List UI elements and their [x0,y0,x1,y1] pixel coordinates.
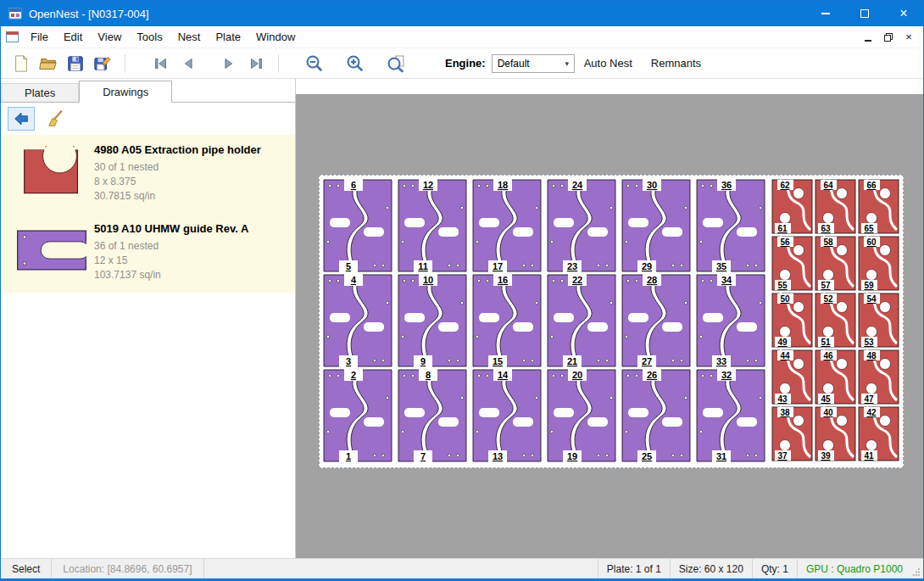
nav-next-button[interactable] [215,52,242,75]
clear-button[interactable] [42,107,69,131]
nest-cell-red[interactable]: 5251 [815,293,855,347]
close-button[interactable]: × [884,1,923,26]
plate[interactable]: 6512111817242330293635431091615222128273… [319,175,904,468]
nest-cell-red[interactable]: 4241 [859,407,899,461]
nav-last-button[interactable] [242,52,270,75]
new-button[interactable] [8,52,35,75]
open-button[interactable] [35,52,62,75]
svg-text:48: 48 [866,351,877,360]
svg-text:18: 18 [498,180,508,190]
nest-cell-red[interactable]: 6261 [772,180,812,233]
nest-cell-purple[interactable]: 87 [398,369,466,462]
nest-cell-purple[interactable]: 1615 [473,274,541,367]
next-icon [220,54,238,73]
zoom-fit-icon [386,53,406,74]
part-thumbnail [11,143,92,204]
svg-text:61: 61 [777,224,788,233]
chevron-down-icon[interactable]: ▾ [560,59,574,68]
drawing-size: 12 x 15 [94,254,248,268]
svg-text:19: 19 [567,451,577,461]
nest-cell-purple[interactable]: 3635 [697,179,765,272]
return-part-button[interactable] [8,107,35,131]
nest-cell-purple[interactable]: 43 [324,274,392,367]
auto-nest-button[interactable]: Auto Nest [575,57,642,70]
svg-text:56: 56 [780,237,790,247]
mdi-minimize-icon [865,40,871,42]
nest-cell-red[interactable]: 3837 [772,407,812,461]
nest-cell-purple[interactable]: 2423 [548,179,615,272]
nest-cell-red[interactable]: 4443 [772,350,812,404]
nest-cell-purple[interactable]: 3029 [622,179,690,272]
nest-cell-purple[interactable]: 2625 [622,369,690,462]
maximize-button[interactable] [845,1,884,26]
nest-cell-red[interactable]: 5049 [772,293,812,347]
drawing-item[interactable]: 5019 A10 UHMW guide Rev. A 36 of 1 neste… [1,214,295,293]
nest-cell-red[interactable]: 5655 [772,237,812,290]
nest-cell-red[interactable]: 5857 [815,237,855,290]
nest-cell-red[interactable]: 4847 [859,350,899,404]
nest-cell-purple[interactable]: 65 [324,179,392,272]
menu-item-plate[interactable]: Plate [208,28,248,47]
zoom-in-button[interactable] [342,52,369,75]
status-location: Location: [84.8696, 60.6957] [52,559,203,578]
nest-canvas[interactable]: 6512111817242330293635431091615222128273… [296,79,923,558]
svg-text:34: 34 [721,275,732,285]
nest-cell-purple[interactable]: 2221 [548,274,615,367]
svg-text:21: 21 [567,356,577,366]
nest-cell-purple[interactable]: 21 [324,369,392,462]
minimize-button[interactable] [806,1,845,26]
svg-text:9: 9 [420,356,426,366]
nest-cell-purple[interactable]: 3231 [697,369,765,462]
svg-text:2: 2 [351,370,356,380]
nest-cell-red[interactable]: 6665 [859,180,899,233]
nest-cell-red[interactable]: 4039 [815,407,855,461]
mdi-close-button[interactable]: × [901,30,916,45]
nest-cell-red[interactable]: 4645 [815,350,855,404]
save-as-button[interactable] [89,52,116,75]
tab-drawings[interactable]: Drawings [79,81,172,103]
nest-cell-purple[interactable]: 2019 [548,369,615,462]
svg-text:17: 17 [493,261,503,271]
nest-cell-purple[interactable]: 1817 [473,179,541,272]
nav-first-button[interactable] [148,52,175,75]
svg-text:46: 46 [823,351,833,360]
nav-prev-button[interactable] [175,52,202,75]
menu-item-tools[interactable]: Tools [129,28,170,47]
save-button[interactable] [62,52,89,75]
nest-cell-purple[interactable]: 2827 [622,274,690,367]
menu-item-nest[interactable]: Nest [170,28,209,47]
open-folder-icon [39,54,58,73]
menu-item-file[interactable]: File [23,28,56,47]
svg-text:55: 55 [777,281,788,290]
svg-text:50: 50 [780,294,790,304]
nest-cell-purple[interactable]: 3433 [697,274,765,367]
menu-item-window[interactable]: Window [248,28,303,47]
status-plate: Plate: 1 of 1 [598,559,670,578]
menu-item-view[interactable]: View [90,28,129,47]
svg-text:28: 28 [647,275,657,285]
svg-text:59: 59 [864,281,874,290]
menu-item-edit[interactable]: Edit [56,28,90,47]
svg-text:14: 14 [498,370,509,380]
mdi-minimize-button[interactable] [860,30,876,45]
zoom-out-button[interactable] [301,52,328,75]
svg-text:22: 22 [572,275,582,285]
svg-text:5: 5 [346,261,351,271]
svg-text:25: 25 [642,451,652,461]
nest-cell-red[interactable]: 6059 [859,237,899,290]
svg-text:47: 47 [864,394,874,404]
mdi-restore-button[interactable] [881,30,896,45]
engine-select[interactable]: Default ▾ [492,54,575,73]
svg-text:54: 54 [866,294,877,304]
nest-cell-purple[interactable]: 109 [398,274,466,367]
nest-cell-purple[interactable]: 1413 [473,369,541,462]
remnants-button[interactable]: Remnants [642,57,710,70]
nest-cell-purple[interactable]: 1211 [398,179,466,272]
drawing-item[interactable]: 4980 A05 Extraction pipe holder 30 of 1 … [1,135,295,214]
zoom-fit-button[interactable] [382,52,409,75]
nest-cell-red[interactable]: 6463 [815,180,855,233]
svg-text:39: 39 [821,451,831,461]
resize-grip[interactable] [911,559,923,578]
nest-cell-red[interactable]: 5453 [859,293,899,347]
tab-plates[interactable]: Plates [1,83,79,102]
